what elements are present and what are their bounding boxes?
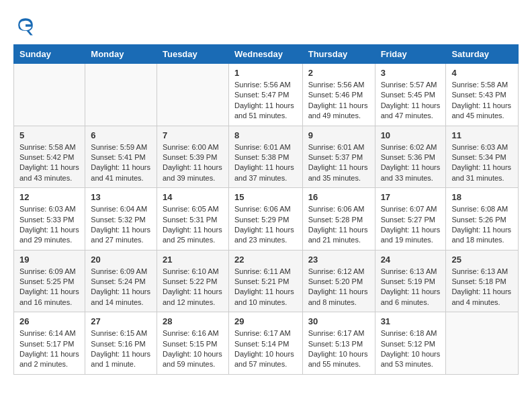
calendar-day-cell: 26Sunrise: 6:14 AMSunset: 5:17 PMDayligh… <box>14 312 85 375</box>
calendar-header-row: SundayMondayTuesdayWednesdayThursdayFrid… <box>14 45 519 64</box>
day-number: 5 <box>19 130 79 140</box>
calendar-day-cell: 5Sunrise: 5:58 AMSunset: 5:42 PMDaylight… <box>14 126 85 188</box>
day-number: 13 <box>91 192 151 202</box>
day-info: Sunrise: 6:11 AMSunset: 5:21 PMDaylight:… <box>234 267 297 308</box>
day-info: Sunrise: 6:17 AMSunset: 5:13 PMDaylight:… <box>308 328 369 370</box>
calendar-day-cell: 6Sunrise: 5:59 AMSunset: 5:41 PMDaylight… <box>85 126 157 188</box>
day-info: Sunrise: 6:13 AMSunset: 5:19 PMDaylight:… <box>381 267 441 308</box>
day-number: 24 <box>381 255 441 265</box>
calendar-day-cell: 14Sunrise: 6:05 AMSunset: 5:31 PMDayligh… <box>157 188 228 250</box>
day-number: 21 <box>163 255 223 265</box>
calendar-empty-cell <box>157 64 228 126</box>
calendar-empty-cell <box>14 64 85 126</box>
day-info: Sunrise: 5:56 AMSunset: 5:46 PMDaylight:… <box>308 80 369 122</box>
day-info: Sunrise: 6:05 AMSunset: 5:31 PMDaylight:… <box>163 204 223 246</box>
calendar-day-cell: 9Sunrise: 6:01 AMSunset: 5:37 PMDaylight… <box>302 126 375 188</box>
day-number: 26 <box>19 316 79 326</box>
day-info: Sunrise: 6:06 AMSunset: 5:29 PMDaylight:… <box>234 204 297 246</box>
day-info: Sunrise: 6:10 AMSunset: 5:22 PMDaylight:… <box>163 267 223 308</box>
day-number: 14 <box>163 192 223 202</box>
day-number: 16 <box>308 192 369 202</box>
calendar-day-header: Wednesday <box>228 45 302 64</box>
day-info: Sunrise: 5:58 AMSunset: 5:42 PMDaylight:… <box>19 142 79 184</box>
calendar-day-header: Monday <box>85 45 157 64</box>
calendar-day-cell: 20Sunrise: 6:09 AMSunset: 5:24 PMDayligh… <box>85 250 157 312</box>
day-info: Sunrise: 6:03 AMSunset: 5:34 PMDaylight:… <box>451 142 513 184</box>
day-info: Sunrise: 6:04 AMSunset: 5:32 PMDaylight:… <box>91 204 151 246</box>
calendar-day-cell: 19Sunrise: 6:09 AMSunset: 5:25 PMDayligh… <box>14 250 85 312</box>
calendar-day-cell: 4Sunrise: 5:58 AMSunset: 5:43 PMDaylight… <box>446 64 519 126</box>
day-number: 8 <box>234 130 297 140</box>
calendar-day-header: Saturday <box>446 45 519 64</box>
day-info: Sunrise: 6:00 AMSunset: 5:39 PMDaylight:… <box>163 142 223 184</box>
day-info: Sunrise: 6:12 AMSunset: 5:20 PMDaylight:… <box>308 267 369 308</box>
calendar-day-cell: 13Sunrise: 6:04 AMSunset: 5:32 PMDayligh… <box>85 188 157 250</box>
day-info: Sunrise: 5:58 AMSunset: 5:43 PMDaylight:… <box>451 80 513 122</box>
day-info: Sunrise: 6:16 AMSunset: 5:15 PMDaylight:… <box>163 328 223 370</box>
day-number: 29 <box>234 316 297 326</box>
day-number: 22 <box>234 255 297 265</box>
day-info: Sunrise: 6:13 AMSunset: 5:18 PMDaylight:… <box>451 267 513 308</box>
calendar-day-header: Tuesday <box>157 45 228 64</box>
calendar-day-cell: 30Sunrise: 6:17 AMSunset: 5:13 PMDayligh… <box>302 312 375 375</box>
calendar-day-cell: 2Sunrise: 5:56 AMSunset: 5:46 PMDaylight… <box>302 64 375 126</box>
day-number: 11 <box>451 130 513 140</box>
calendar-day-cell: 12Sunrise: 6:03 AMSunset: 5:33 PMDayligh… <box>14 188 85 250</box>
calendar-day-cell: 29Sunrise: 6:17 AMSunset: 5:14 PMDayligh… <box>228 312 302 375</box>
calendar-week-row: 12Sunrise: 6:03 AMSunset: 5:33 PMDayligh… <box>14 188 519 250</box>
day-number: 9 <box>308 130 369 140</box>
day-number: 25 <box>451 255 513 265</box>
calendar-day-cell: 25Sunrise: 6:13 AMSunset: 5:18 PMDayligh… <box>446 250 519 312</box>
day-info: Sunrise: 6:06 AMSunset: 5:28 PMDaylight:… <box>308 204 369 246</box>
day-number: 3 <box>381 68 441 78</box>
day-info: Sunrise: 5:59 AMSunset: 5:41 PMDaylight:… <box>91 142 151 184</box>
day-info: Sunrise: 6:07 AMSunset: 5:27 PMDaylight:… <box>381 204 441 246</box>
calendar-week-row: 19Sunrise: 6:09 AMSunset: 5:25 PMDayligh… <box>14 250 519 312</box>
calendar-day-cell: 3Sunrise: 5:57 AMSunset: 5:45 PMDaylight… <box>375 64 446 126</box>
logo <box>13 13 40 38</box>
calendar-day-cell: 18Sunrise: 6:08 AMSunset: 5:26 PMDayligh… <box>446 188 519 250</box>
calendar-day-cell: 11Sunrise: 6:03 AMSunset: 5:34 PMDayligh… <box>446 126 519 188</box>
calendar-table: SundayMondayTuesdayWednesdayThursdayFrid… <box>13 44 519 375</box>
calendar-day-cell: 1Sunrise: 5:56 AMSunset: 5:47 PMDaylight… <box>228 64 302 126</box>
day-info: Sunrise: 6:15 AMSunset: 5:16 PMDaylight:… <box>91 328 151 370</box>
day-info: Sunrise: 6:01 AMSunset: 5:37 PMDaylight:… <box>308 142 369 184</box>
day-info: Sunrise: 6:01 AMSunset: 5:38 PMDaylight:… <box>234 142 297 184</box>
day-info: Sunrise: 6:02 AMSunset: 5:36 PMDaylight:… <box>381 142 441 184</box>
calendar-week-row: 1Sunrise: 5:56 AMSunset: 5:47 PMDaylight… <box>14 64 519 126</box>
calendar-day-cell: 24Sunrise: 6:13 AMSunset: 5:19 PMDayligh… <box>375 250 446 312</box>
day-number: 10 <box>381 130 441 140</box>
day-number: 27 <box>91 316 151 326</box>
day-number: 23 <box>308 255 369 265</box>
calendar-empty-cell <box>446 312 519 375</box>
calendar-day-cell: 15Sunrise: 6:06 AMSunset: 5:29 PMDayligh… <box>228 188 302 250</box>
day-number: 2 <box>308 68 369 78</box>
calendar-day-cell: 7Sunrise: 6:00 AMSunset: 5:39 PMDaylight… <box>157 126 228 188</box>
calendar-day-cell: 31Sunrise: 6:18 AMSunset: 5:12 PMDayligh… <box>375 312 446 375</box>
day-info: Sunrise: 6:08 AMSunset: 5:26 PMDaylight:… <box>451 204 513 246</box>
calendar-day-cell: 10Sunrise: 6:02 AMSunset: 5:36 PMDayligh… <box>375 126 446 188</box>
day-info: Sunrise: 6:14 AMSunset: 5:17 PMDaylight:… <box>19 328 79 370</box>
day-info: Sunrise: 5:57 AMSunset: 5:45 PMDaylight:… <box>381 80 441 122</box>
calendar-day-cell: 16Sunrise: 6:06 AMSunset: 5:28 PMDayligh… <box>302 188 375 250</box>
day-number: 6 <box>91 130 151 140</box>
calendar-day-cell: 27Sunrise: 6:15 AMSunset: 5:16 PMDayligh… <box>85 312 157 375</box>
day-info: Sunrise: 6:09 AMSunset: 5:24 PMDaylight:… <box>91 267 151 308</box>
day-info: Sunrise: 6:03 AMSunset: 5:33 PMDaylight:… <box>19 204 79 246</box>
calendar-day-cell: 21Sunrise: 6:10 AMSunset: 5:22 PMDayligh… <box>157 250 228 312</box>
calendar-day-cell: 22Sunrise: 6:11 AMSunset: 5:21 PMDayligh… <box>228 250 302 312</box>
calendar-empty-cell <box>85 64 157 126</box>
calendar-day-header: Friday <box>375 45 446 64</box>
calendar-day-header: Sunday <box>14 45 85 64</box>
day-number: 12 <box>19 192 79 202</box>
day-number: 19 <box>19 255 79 265</box>
day-number: 18 <box>451 192 513 202</box>
page-header <box>13 13 519 38</box>
calendar-week-row: 5Sunrise: 5:58 AMSunset: 5:42 PMDaylight… <box>14 126 519 188</box>
calendar-day-cell: 23Sunrise: 6:12 AMSunset: 5:20 PMDayligh… <box>302 250 375 312</box>
day-number: 20 <box>91 255 151 265</box>
calendar-day-header: Thursday <box>302 45 375 64</box>
day-number: 31 <box>381 316 441 326</box>
calendar-day-cell: 17Sunrise: 6:07 AMSunset: 5:27 PMDayligh… <box>375 188 446 250</box>
day-number: 28 <box>163 316 223 326</box>
